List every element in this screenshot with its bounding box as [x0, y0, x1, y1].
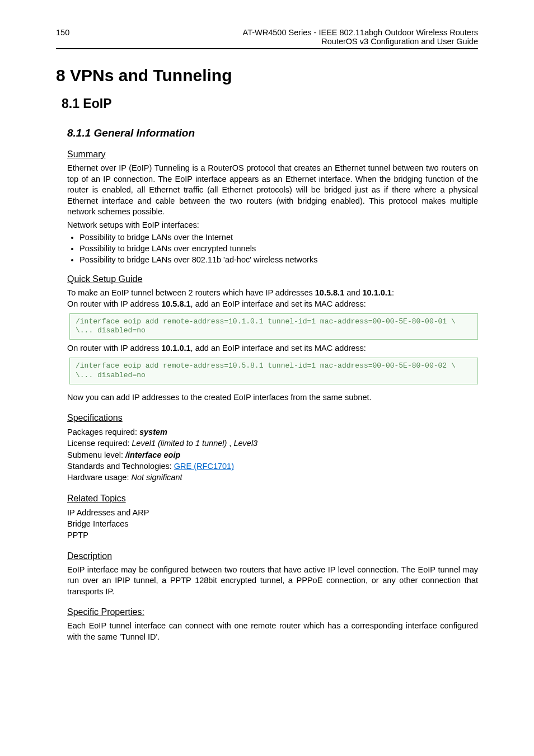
- spec-packages: Packages required: system: [67, 426, 478, 438]
- summary-paragraph: Ethernet over IP (EoIP) Tunneling is a R…: [67, 163, 478, 218]
- summary-para2: Network setups with EoIP interfaces:: [67, 220, 478, 231]
- page-number: 150: [56, 28, 69, 46]
- related-item: Bridge Interfaces: [67, 518, 478, 529]
- label: Hardware usage:: [67, 473, 131, 482]
- page-content: 150 AT-WR4500 Series - IEEE 802.11abgh O…: [0, 0, 534, 673]
- value: system: [139, 428, 167, 436]
- bullet-item: Possibility to bridge LANs over the Inte…: [79, 233, 478, 242]
- chapter-heading: 8 VPNs and Tunneling: [56, 66, 478, 85]
- text: :: [392, 288, 394, 297]
- ip-bold: 10.5.8.1: [315, 288, 344, 297]
- text: On router with IP address: [67, 344, 161, 353]
- ip-bold: 10.1.0.1: [161, 344, 190, 353]
- spec-license: License required: Level1 (limited to 1 t…: [67, 438, 478, 449]
- quick-setup-line3: On router with IP address 10.1.0.1, add …: [67, 343, 478, 354]
- sep: ,: [227, 439, 233, 448]
- ip-bold: 10.1.0.1: [362, 288, 391, 297]
- summary-heading: Summary: [67, 149, 478, 159]
- value: Not significant: [131, 473, 182, 482]
- text: To make an EoIP tunnel between 2 routers…: [67, 288, 315, 297]
- bullet-item: Possibility to bridge LANs over 802.11b …: [79, 255, 478, 264]
- text: On router with IP address: [67, 299, 161, 308]
- related-item: PPTP: [67, 529, 478, 541]
- code-block-2: /interface eoip add remote-address=10.5.…: [69, 358, 478, 384]
- spec-standards: Standards and Technologies: GRE (RFC1701…: [67, 461, 478, 472]
- code-block-1: /interface eoip add remote-address=10.1.…: [69, 313, 478, 340]
- specific-para: Each EoIP tunnel interface can connect w…: [67, 621, 478, 642]
- label: Standards and Technologies:: [67, 462, 174, 471]
- subsection-heading: 8.1.1 General Information: [67, 127, 478, 139]
- related-topics-heading: Related Topics: [67, 494, 478, 504]
- spec-hardware: Hardware usage: Not significant: [67, 472, 478, 483]
- specific-properties-heading: Specific Properties:: [67, 607, 478, 617]
- summary-bullets: Possibility to bridge LANs over the Inte…: [67, 233, 478, 264]
- section-heading: 8.1 EoIP: [62, 96, 478, 111]
- header-title-1: AT-WR4500 Series - IEEE 802.11abgh Outdo…: [243, 28, 478, 37]
- value: Level1 (limited to 1 tunnel): [132, 439, 227, 448]
- value: /interface eoip: [125, 450, 180, 459]
- related-item: IP Addresses and ARP: [67, 507, 478, 518]
- page-header: 150 AT-WR4500 Series - IEEE 802.11abgh O…: [56, 28, 478, 49]
- label: License required:: [67, 439, 132, 448]
- spec-submenu: Submenu level: /interface eoip: [67, 449, 478, 461]
- quick-setup-line2: On router with IP address 10.5.8.1, add …: [67, 299, 478, 310]
- text: and: [344, 288, 362, 297]
- quick-setup-line4: Now you can add IP addresses to the crea…: [67, 392, 478, 403]
- rfc-link[interactable]: GRE (RFC1701): [174, 462, 234, 471]
- ip-bold: 10.5.8.1: [161, 299, 190, 308]
- description-heading: Description: [67, 551, 478, 561]
- text: , add an EoIP interface and set its MAC …: [191, 344, 366, 353]
- header-title-2: RouterOS v3 Configuration and User Guide: [243, 37, 478, 46]
- description-para: EoIP interface may be configured between…: [67, 565, 478, 598]
- value: Level3: [233, 439, 257, 448]
- label: Packages required:: [67, 428, 139, 436]
- specifications-heading: Specifications: [67, 413, 478, 423]
- bullet-item: Possibility to bridge LANs over encrypte…: [79, 244, 478, 253]
- label: Submenu level:: [67, 450, 125, 459]
- quick-setup-heading: Quick Setup Guide: [67, 274, 478, 284]
- text: , add an EoIP interface and set its MAC …: [191, 299, 366, 308]
- header-titles: AT-WR4500 Series - IEEE 802.11abgh Outdo…: [243, 28, 478, 46]
- quick-setup-line1: To make an EoIP tunnel between 2 routers…: [67, 288, 478, 299]
